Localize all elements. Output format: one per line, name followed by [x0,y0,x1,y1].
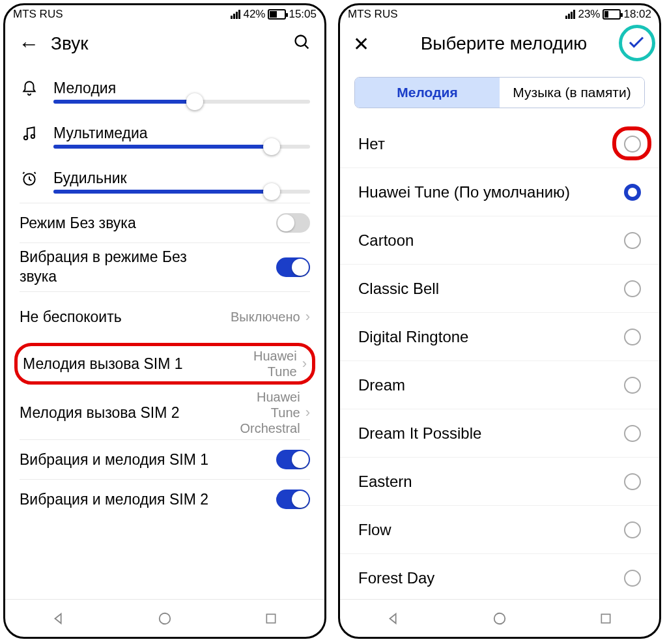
vibrate-silent-toggle[interactable] [276,257,310,277]
ringtone-item[interactable]: Eastern [340,458,659,506]
radio-unselected[interactable] [624,280,641,297]
slider-media[interactable] [5,142,324,158]
nav-bar [340,599,659,637]
ringtone-item[interactable]: Нет [340,120,659,168]
carrier-label: MTS RUS [13,8,63,21]
chevron-right-icon: › [305,404,310,421]
slider-alarm[interactable] [5,187,324,203]
row-label-line1: Вибрация в режиме Без [20,248,187,265]
confirm-icon[interactable] [627,33,646,55]
vibrate-sim2-toggle[interactable] [276,490,310,509]
nav-recent-icon[interactable] [586,607,625,630]
row-label: Режим Без звука [20,214,276,232]
ringtone-item[interactable]: Flow [340,506,659,554]
volume-row-melody: Мелодия [5,64,324,97]
ringtone-label: Нет [358,135,385,153]
alarm-icon [20,170,39,187]
svg-rect-8 [602,614,610,622]
row-label: Вибрация и мелодия SIM 1 [20,451,276,469]
chevron-right-icon: › [305,308,310,325]
phone-right: MTS RUS 23% 18:02 ✕ Выберите мелодию Мел… [338,3,661,639]
phone-left: MTS RUS 42% 15:05 ← Звук Мелодия [3,3,326,639]
svg-point-2 [24,136,27,139]
row-value: HuaweiTuneOrchestral [240,389,300,436]
row-label: Мелодия вызова SIM 2 [20,404,240,422]
radio-unselected[interactable] [624,377,641,394]
radio-unselected[interactable] [624,232,641,249]
row-value: HuaweiTune [253,348,297,379]
row-label: Не беспокоить [20,308,231,326]
close-icon[interactable]: ✕ [353,33,369,55]
music-icon [20,125,39,142]
svg-point-7 [494,613,505,624]
volume-row-media: Мультимедиа [5,113,324,142]
battery-icon [268,9,286,20]
dnd-row[interactable]: Не беспокоить Выключено › [5,292,324,342]
status-bar: MTS RUS 42% 15:05 [5,5,324,23]
radio-unselected[interactable] [624,473,641,490]
vibrate-sim1-toggle[interactable] [276,450,310,469]
slider-label: Мелодия [53,80,310,97]
radio-unselected[interactable] [624,521,641,538]
ringtone-label: Huawei Tune (По умолчанию) [358,183,570,201]
silent-mode-row[interactable]: Режим Без звука [5,203,324,242]
ringtone-label: Digital Ringtone [358,328,468,346]
svg-rect-6 [267,614,276,622]
slider-melody[interactable] [5,97,324,113]
ringtone-label: Flow [358,521,391,539]
svg-point-0 [296,36,306,46]
ringtone-list: Нет Huawei Tune (По умолчанию) Cartoon C… [340,115,659,599]
nav-recent-icon[interactable] [251,607,291,630]
row-label: Вибрация и мелодия SIM 2 [20,491,276,508]
nav-back-icon[interactable] [39,607,78,630]
vibrate-sim1-row[interactable]: Вибрация и мелодия SIM 1 [5,440,324,479]
back-icon[interactable]: ← [18,32,39,56]
ringtone-label: Dream It Possible [358,424,481,443]
ringtone-item[interactable]: Digital Ringtone [340,313,659,361]
chevron-right-icon: › [302,355,307,372]
battery-icon [603,9,621,20]
radio-unselected[interactable] [624,570,641,587]
radio-unselected[interactable] [624,329,641,345]
ringtone-item[interactable]: Cartoon [340,216,659,265]
radio-selected[interactable] [624,184,641,201]
nav-home-icon[interactable] [480,607,519,630]
row-label-line2: звука [20,268,57,285]
row-value: Выключено [231,309,300,325]
ringtone-label: Classic Bell [358,280,439,298]
ringtone-item[interactable]: Huawei Tune (По умолчанию) [340,168,659,216]
time-label: 18:02 [623,8,651,21]
ringtone-label: Forest Day [358,569,434,587]
nav-back-icon[interactable] [374,607,413,630]
time-label: 15:05 [289,8,317,21]
signal-icon [565,10,575,19]
vibrate-silent-row[interactable]: Вибрация в режиме Без звука [5,243,324,291]
page-title: Выберите мелодию [381,33,627,54]
search-icon[interactable] [293,33,311,54]
radio-unselected[interactable] [624,425,641,442]
silent-toggle[interactable] [276,213,310,233]
ringtone-item[interactable]: Dream It Possible [340,409,659,458]
svg-line-1 [305,45,309,49]
ringtone-sim2-row[interactable]: Мелодия вызова SIM 2 HuaweiTuneOrchestra… [5,386,324,439]
ringtone-label: Dream [358,376,405,394]
carrier-label: MTS RUS [348,8,398,21]
ringtone-label: Cartoon [358,231,414,250]
signal-icon [231,10,240,19]
svg-point-5 [160,613,171,624]
ringtone-item[interactable]: Classic Bell [340,265,659,313]
tab-segmented-control[interactable]: Мелодия Музыка (в памяти) [354,77,645,108]
ringtone-sim1-row[interactable]: Мелодия вызова SIM 1 HuaweiTune › [14,343,315,385]
tab-music[interactable]: Музыка (в памяти) [500,78,644,108]
header: ✕ Выберите мелодию [340,23,659,64]
ringtone-item[interactable]: Forest Day [340,554,659,599]
tab-melody[interactable]: Мелодия [355,78,500,108]
nav-home-icon[interactable] [145,607,184,630]
ringtone-item[interactable]: Dream [340,361,659,409]
svg-point-3 [31,134,35,138]
nav-bar [5,599,324,637]
status-bar: MTS RUS 23% 18:02 [340,5,659,23]
vibrate-sim2-row[interactable]: Вибрация и мелодия SIM 2 [5,480,324,519]
row-label: Мелодия вызова SIM 1 [23,355,253,373]
radio-unselected[interactable] [624,136,641,153]
